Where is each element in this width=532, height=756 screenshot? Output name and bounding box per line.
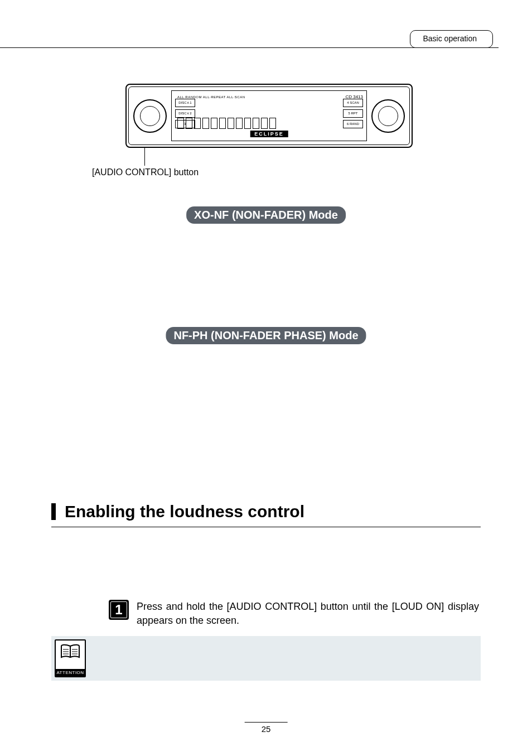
lcd-panel: CD 3413 ALL·RANDOM ALL·REPEAT ALL·SCAN D…	[171, 90, 367, 141]
mode-heading-nf-ph: NF-PH (NON-FADER PHASE) Mode	[166, 327, 366, 344]
page-number: 25	[262, 724, 271, 734]
diagram-caption: [AUDIO CONTROL] button	[92, 167, 199, 177]
scan-button: 4 SCAN	[343, 99, 363, 107]
attention-icon: ATTENTION	[55, 639, 86, 677]
header-area: Basic operation	[309, 30, 499, 48]
car-stereo-illustration: CD 3413 ALL·RANDOM ALL·REPEAT ALL·SCAN D…	[125, 84, 413, 148]
equalizer-bars	[177, 107, 361, 129]
breadcrumb: Basic operation	[410, 30, 493, 48]
attention-panel: ATTENTION	[51, 636, 481, 681]
heading-rule	[51, 527, 481, 527]
section-heading: Enabling the loudness control	[51, 502, 481, 527]
callout-line	[144, 148, 145, 166]
heading-accent-bar	[51, 503, 56, 520]
open-book-icon	[60, 644, 80, 661]
right-knob	[371, 99, 405, 133]
instruction-step: 1 Press and hold the [AUDIO CONTROL] but…	[109, 600, 479, 628]
mode-heading-xo-nf: XO-NF (NON-FADER) Mode	[186, 206, 346, 224]
step-number-badge: 1	[109, 600, 129, 620]
disc-up-button: DISC∧ 1	[175, 99, 195, 107]
device-diagram: CD 3413 ALL·RANDOM ALL·REPEAT ALL·SCAN D…	[125, 84, 413, 148]
section-title: Enabling the loudness control	[51, 502, 481, 527]
attention-label: ATTENTION	[56, 669, 85, 676]
left-knob	[133, 99, 167, 133]
step-text: Press and hold the [AUDIO CONTROL] butto…	[137, 600, 479, 628]
brand-logo: ECLIPSE	[250, 131, 288, 137]
